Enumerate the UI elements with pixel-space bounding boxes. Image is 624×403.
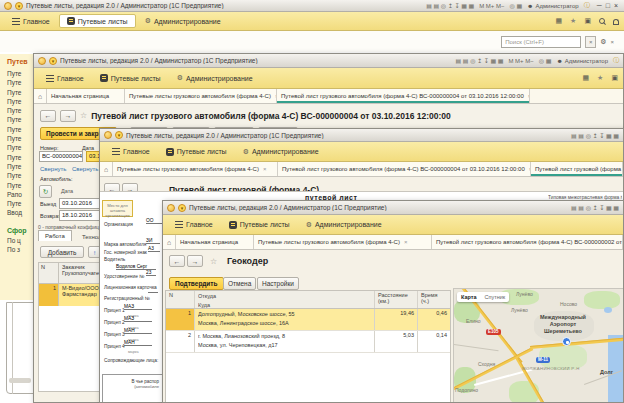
info-icon[interactable]: ⓘ <box>613 56 619 65</box>
window-titlebar[interactable]: ▾ Путевые листы, редакция 2.0 / Админист… <box>163 201 623 215</box>
geocoder-body: ← → ☆ Геокодер Подтвердить Отмена Настро… <box>163 250 623 402</box>
zoom-controls[interactable]: М М+ М− <box>508 58 533 64</box>
confirm-button[interactable]: Подтвердить <box>169 277 224 290</box>
number-field[interactable]: ВС-000000004 <box>39 151 83 162</box>
return-date-field[interactable]: 18.10.2016 <box>59 210 101 221</box>
window-titlebar[interactable]: ▾ Путевые листы, редакция 2.0 / Админист… <box>100 129 623 142</box>
history-icon[interactable]: ▣ <box>611 74 618 82</box>
refresh-button[interactable]: ↻ <box>39 185 52 198</box>
column-n[interactable]: N <box>39 263 59 283</box>
search-input[interactable] <box>501 36 581 48</box>
column-n[interactable]: N <box>166 291 195 308</box>
route-badge-m11: M-11 <box>536 357 550 363</box>
tab-start-page[interactable]: Начальная страница <box>47 89 125 103</box>
menu-main[interactable]: Главное <box>5 16 57 27</box>
tab-waybill-document[interactable]: Путевой лист грузового автомобиля (форма… <box>278 162 531 176</box>
info-icon[interactable]: ⓘ <box>584 1 590 10</box>
menu-waybills[interactable]: Путевые листы <box>222 219 297 231</box>
menu-main[interactable]: Главное <box>168 219 220 230</box>
forward-button[interactable]: → <box>187 255 203 267</box>
close-search-icon[interactable]: × <box>610 39 614 45</box>
settings-button[interactable]: Настройки <box>257 277 299 290</box>
home-tab[interactable]: ⌂ <box>100 162 113 176</box>
favorite-star-icon[interactable]: ☆ <box>210 257 217 266</box>
window-titlebar[interactable]: ▾ Путевые листы, редакция 2.0 / Админист… <box>34 54 623 68</box>
map-panel[interactable]: E105 M-11 Лунёво Лунёво Носово Елино Меж… <box>453 288 624 403</box>
back-button[interactable]: ← <box>169 255 185 267</box>
horizontal-scrollbar[interactable] <box>9 378 31 383</box>
forward-button[interactable]: → <box>60 110 76 122</box>
card-label: Лицензионная карточка <box>104 285 157 290</box>
tab-waybill-document[interactable]: Путевой лист грузового автомобиля (форма… <box>432 235 623 249</box>
menu-admin[interactable]: ⚙Администрирование <box>170 72 260 84</box>
menu-admin[interactable]: ⚙Администрирование <box>236 146 326 158</box>
menu-admin[interactable]: ⚙Администрирование <box>138 15 228 27</box>
depart-date-field[interactable]: 03.10.2016 <box>59 198 101 209</box>
titlebar-tool-icons[interactable]: ▤ ▤ ◎ ↥ ↧ ▦ ▦ <box>426 2 474 9</box>
column-distance[interactable]: Расстояние(км.) <box>375 291 418 308</box>
cancel-button[interactable]: Отмена <box>223 277 256 290</box>
close-tab-icon[interactable]: × <box>528 93 530 99</box>
maximize-button[interactable]: □ <box>604 2 612 9</box>
map-label-airport: Аэропорт <box>534 321 592 327</box>
favorites-icon[interactable]: ★ <box>570 17 576 25</box>
bell-icon[interactable] <box>613 19 619 24</box>
titlebar-extra-icons[interactable]: ◎ ▦ <box>539 57 552 64</box>
system-menu-button[interactable]: ▾ <box>15 2 23 10</box>
system-menu-button[interactable]: ▾ <box>49 57 57 65</box>
main-titlebar[interactable]: ▾ Путевые листы, редакция 2.0 / Админист… <box>0 0 624 12</box>
search-icon[interactable] <box>599 18 605 24</box>
home-tab[interactable]: ⌂ <box>163 235 176 249</box>
tab-print-form[interactable]: Путевой лист грузовой (форма <box>531 162 623 176</box>
menu-waybills[interactable]: Путевые листы <box>59 14 136 28</box>
tab-waybill-list[interactable]: Путевые листы грузового автомобиля (форм… <box>125 89 277 103</box>
clear-search-button[interactable]: × <box>585 36 596 48</box>
table-row[interactable]: 1 Долгопрудный, Московское шоссе, 55Моск… <box>166 309 450 331</box>
back-button[interactable]: ← <box>40 110 56 122</box>
menu-waybills[interactable]: Путевые листы <box>159 146 234 158</box>
tab-waybill-list[interactable]: Путевые листы грузового автомобиля (форм… <box>254 235 432 249</box>
map-button[interactable]: Карта <box>457 292 481 302</box>
add-row-button[interactable]: Добавить <box>40 246 84 258</box>
table-header: N ОткудаКуда Расстояние(км.) Время(ч.) <box>166 291 450 309</box>
column-route[interactable]: ОткудаКуда <box>195 291 375 308</box>
system-menu-button[interactable]: ▾ <box>115 131 123 139</box>
service-grid-icon[interactable]: ▦ <box>555 17 562 25</box>
menu-main[interactable]: Главное <box>39 73 91 84</box>
home-tab[interactable]: ⌂ <box>34 89 47 103</box>
window-controls: ─□× <box>595 2 620 9</box>
titlebar-tool-icons[interactable]: ▤ ▤ ◎ ↥ ↧ ▦ ▦ <box>571 204 619 211</box>
service-grid-icon[interactable]: ▦ <box>582 74 589 82</box>
history-icon[interactable]: ▣ <box>584 17 591 25</box>
screen: ▾ Путевые листы, редакция 2.0 / Админист… <box>0 0 624 403</box>
collapse-link[interactable]: Свернуть <box>40 166 66 172</box>
column-time[interactable]: Время(ч.) <box>418 291 450 308</box>
titlebar-tool-icons[interactable]: ▤ ▤ ◎ ↥ ↧ ▦ ▦ <box>571 132 619 139</box>
close-button[interactable]: × <box>612 2 620 9</box>
system-menu-button[interactable]: ▾ <box>178 204 186 212</box>
menu-admin[interactable]: ⚙Администрирование <box>299 219 389 231</box>
tab-waybill-document[interactable]: Путевой лист грузового автомобиля (форма… <box>277 89 530 103</box>
minimize-button[interactable]: ─ <box>595 2 604 9</box>
menu-waybills[interactable]: Путевые листы <box>93 72 168 84</box>
close-tab-icon[interactable]: × <box>404 239 408 245</box>
table-row[interactable]: 2 г. Москва, Лианозовский проезд, 8Москв… <box>166 331 450 353</box>
tab-start-page[interactable]: Начальная страница <box>176 235 254 249</box>
airport-marker-icon[interactable] <box>562 337 571 346</box>
map-label-podolino: Подолино <box>455 387 478 393</box>
favorites-icon[interactable]: ★ <box>597 74 603 82</box>
map-type-switch: Карта Спутник <box>457 292 509 302</box>
menu-main[interactable]: Главное <box>105 146 157 157</box>
titlebar-extra-icons[interactable]: ◎ ▦ <box>510 2 523 9</box>
tab-work[interactable]: Работа <box>38 230 72 241</box>
tab-waybill-list[interactable]: Путевые листы грузового автомобиля (форм… <box>113 162 278 176</box>
window-title: Путевые листы, редакция 2.0 / Администра… <box>60 57 258 64</box>
org-label: Организация <box>104 222 133 227</box>
titlebar-tool-icons[interactable]: ▤ ▤ ◎ ↥ ↧ ▦ ▦ <box>455 57 503 64</box>
favorite-star-icon[interactable]: ☆ <box>80 111 87 120</box>
reg-value <box>148 292 158 293</box>
zoom-controls[interactable]: М М+ М− <box>479 3 504 9</box>
close-tab-icon[interactable]: × <box>263 166 267 172</box>
satellite-button[interactable]: Спутник <box>481 292 510 302</box>
search-settings-icon[interactable]: ⚙ <box>600 38 606 46</box>
